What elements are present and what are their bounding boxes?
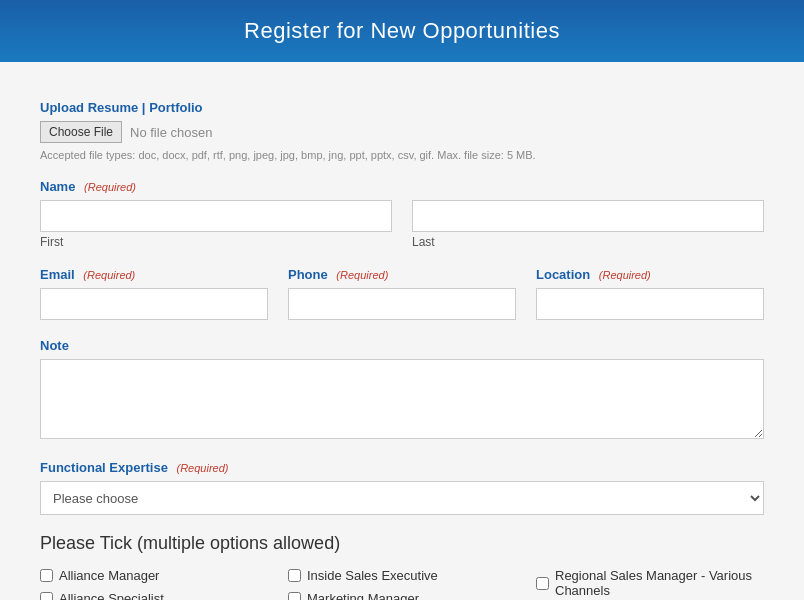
- phone-required-tag: (Required): [336, 269, 388, 281]
- note-label: Note: [40, 338, 764, 353]
- location-required-tag: (Required): [599, 269, 651, 281]
- checkbox-marketing-manager[interactable]: Marketing Manager: [288, 591, 516, 600]
- checkbox-alliance-manager-input[interactable]: [40, 569, 53, 582]
- accepted-types-text: Accepted file types: doc, docx, pdf, rtf…: [40, 149, 764, 161]
- note-textarea[interactable]: [40, 359, 764, 439]
- no-file-label: No file chosen: [130, 125, 212, 140]
- checkbox-alliance-manager[interactable]: Alliance Manager: [40, 568, 268, 583]
- checkbox-inside-sales[interactable]: Inside Sales Executive: [288, 568, 516, 583]
- functional-required-tag: (Required): [177, 462, 229, 474]
- last-name-label: Last: [412, 235, 764, 249]
- choose-file-button[interactable]: Choose File: [40, 121, 122, 143]
- name-required-tag: (Required): [84, 181, 136, 193]
- checkbox-inside-sales-input[interactable]: [288, 569, 301, 582]
- email-label: Email (Required): [40, 267, 268, 282]
- checkbox-marketing-manager-input[interactable]: [288, 592, 301, 600]
- email-input[interactable]: [40, 288, 268, 320]
- location-label: Location (Required): [536, 267, 764, 282]
- checkbox-regional-sales[interactable]: Regional Sales Manager - Various Channel…: [536, 568, 764, 598]
- phone-label: Phone (Required): [288, 267, 516, 282]
- email-required-tag: (Required): [83, 269, 135, 281]
- first-name-input[interactable]: [40, 200, 392, 232]
- page-header: Register for New Opportunities: [0, 0, 804, 62]
- checkbox-regional-sales-input[interactable]: [536, 577, 549, 590]
- checkbox-alliance-specialist[interactable]: Alliance Specialist: [40, 591, 268, 600]
- phone-input[interactable]: [288, 288, 516, 320]
- tick-section-heading: Please Tick (multiple options allowed): [40, 533, 764, 554]
- name-label: Name (Required): [40, 179, 764, 194]
- functional-expertise-select[interactable]: Please choose Finance Marketing Operatio…: [40, 481, 764, 515]
- last-name-input[interactable]: [412, 200, 764, 232]
- first-name-label: First: [40, 235, 392, 249]
- upload-section-label: Upload Resume | Portfolio: [40, 100, 764, 115]
- location-input[interactable]: [536, 288, 764, 320]
- functional-expertise-label: Functional Expertise (Required): [40, 460, 764, 475]
- checkbox-alliance-specialist-input[interactable]: [40, 592, 53, 600]
